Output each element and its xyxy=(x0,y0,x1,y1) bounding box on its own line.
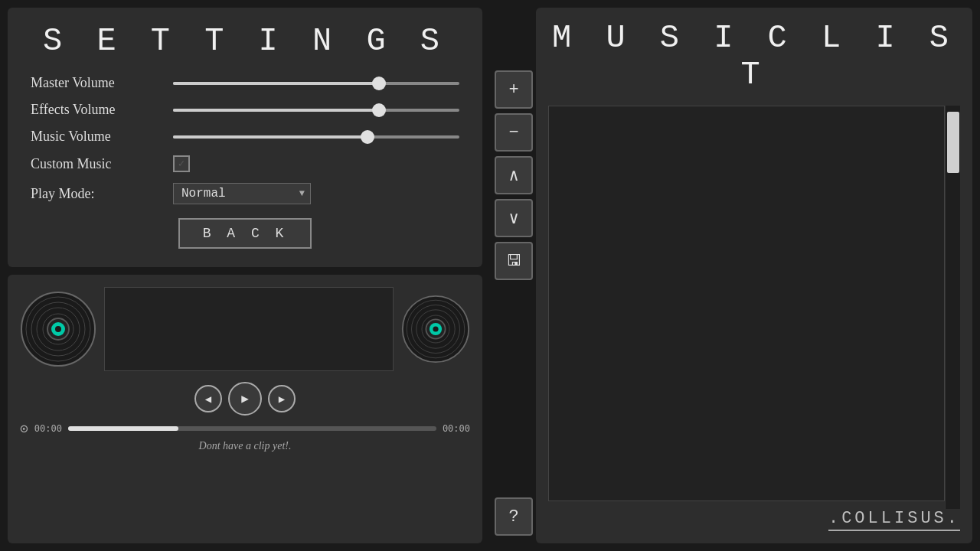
music-list-title: M U S I C L I S T xyxy=(548,20,960,93)
help-icon: ? xyxy=(508,507,518,527)
sidebar-bottom-buttons: ? xyxy=(495,497,531,536)
svg-point-15 xyxy=(433,326,438,331)
list-with-scrollbar xyxy=(548,106,960,509)
progress-fill xyxy=(68,426,178,431)
add-icon: + xyxy=(508,80,518,99)
next-button[interactable]: ▶ xyxy=(268,385,296,412)
help-button[interactable]: ? xyxy=(495,497,533,536)
chevron-down-icon: ∨ xyxy=(508,208,518,229)
progress-bar-section: ⊙ 00:00 00:00 xyxy=(20,420,470,437)
save-icon: 🖫 xyxy=(506,252,521,270)
vinyl-right xyxy=(401,295,470,364)
save-button[interactable]: 🖫 xyxy=(495,242,533,280)
chevron-up-icon: ∧ xyxy=(508,165,518,186)
time-end: 00:00 xyxy=(443,423,470,434)
vinyl-left xyxy=(20,291,96,367)
music-volume-row: Music Volume xyxy=(31,129,459,145)
move-down-button[interactable]: ∨ xyxy=(495,199,533,237)
add-button[interactable]: + xyxy=(495,70,533,109)
minus-icon: − xyxy=(508,123,518,142)
custom-music-label: Custom Music xyxy=(31,156,161,172)
effects-volume-slider[interactable] xyxy=(173,109,459,112)
player-panel: ◀ ▶ ▶ ⊙ 00:00 00:00 Dont have a clip yet… xyxy=(8,275,482,543)
player-controls: ◀ ▶ ▶ xyxy=(194,382,296,416)
next-icon: ▶ xyxy=(279,393,285,406)
music-list-area: M U S I C L I S T .COLLISUS. xyxy=(536,8,972,543)
time-start: 00:00 xyxy=(34,423,62,434)
settings-panel: S E T T I N G S Master Volume Effects Vo… xyxy=(8,8,482,267)
music-volume-slider[interactable] xyxy=(173,135,459,139)
scrollbar[interactable] xyxy=(945,106,960,509)
music-list-content[interactable] xyxy=(548,106,945,501)
custom-music-checkbox[interactable]: ✓ xyxy=(173,155,190,172)
right-panel: + − ∧ ∨ 🖫 ? xyxy=(490,8,972,543)
settings-rows: Master Volume Effects Volume xyxy=(31,75,459,204)
vinyl-section xyxy=(20,287,470,371)
master-volume-slider[interactable] xyxy=(173,82,459,85)
back-button[interactable]: B A C K xyxy=(178,218,312,249)
master-volume-row: Master Volume xyxy=(31,75,459,91)
brand-label: .COLLISUS. xyxy=(828,509,960,531)
progress-track[interactable] xyxy=(68,426,436,431)
play-button[interactable]: ▶ xyxy=(228,382,262,416)
play-icon: ▶ xyxy=(241,391,249,406)
checkbox-checkmark: ✓ xyxy=(178,158,185,169)
clip-message: Dont have a clip yet!. xyxy=(199,440,292,452)
scrollbar-thumb[interactable] xyxy=(947,112,959,173)
sidebar-top-buttons: + − ∧ ∨ 🖫 xyxy=(495,70,531,280)
effects-volume-label: Effects Volume xyxy=(31,102,161,118)
svg-point-7 xyxy=(55,326,61,332)
volume-icon: ⊙ xyxy=(20,420,28,437)
music-volume-label: Music Volume xyxy=(31,129,161,145)
custom-music-row: Custom Music ✓ xyxy=(31,155,459,172)
master-volume-label: Master Volume xyxy=(31,75,161,91)
move-up-button[interactable]: ∧ xyxy=(495,156,533,194)
play-mode-select[interactable]: Normal Shuffle Repeat xyxy=(173,183,311,204)
left-panel: S E T T I N G S Master Volume Effects Vo… xyxy=(8,8,482,543)
settings-title: S E T T I N G S xyxy=(31,23,459,60)
prev-button[interactable]: ◀ xyxy=(194,385,222,412)
remove-button[interactable]: − xyxy=(495,113,533,152)
play-mode-label: Play Mode: xyxy=(31,186,161,202)
music-sidebar: + − ∧ ∨ 🖫 ? xyxy=(490,8,536,543)
play-mode-select-wrapper[interactable]: Normal Shuffle Repeat ▼ xyxy=(173,183,311,204)
play-mode-row: Play Mode: Normal Shuffle Repeat ▼ xyxy=(31,183,459,204)
prev-icon: ◀ xyxy=(205,393,211,406)
effects-volume-row: Effects Volume xyxy=(31,102,459,118)
music-list-bottom: .COLLISUS. xyxy=(548,509,960,531)
waveform-display xyxy=(104,287,394,371)
